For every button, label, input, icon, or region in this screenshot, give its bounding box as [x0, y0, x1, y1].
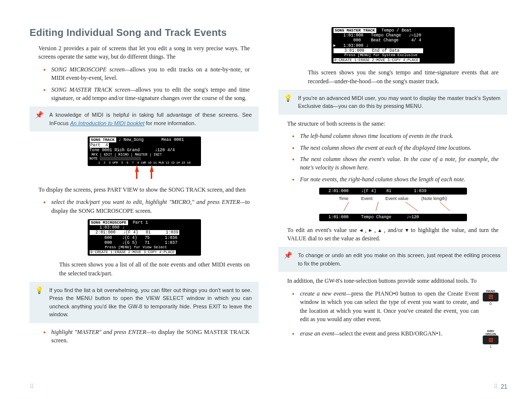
list-item: erase an event—select the event and pres… — [287, 330, 479, 338]
master-explain: This screen shows you the song's tempo a… — [308, 68, 499, 86]
lcd-column-example: 2:01:000 ♩(F 4) 81 1:039 Time Event Even… — [319, 188, 467, 221]
page-number: ⠿ 21 — [494, 383, 507, 390]
kbd-organ-button-icon: KBD/ ORGAN 1 — [483, 330, 499, 348]
structure-intro: The structure of both screens is the sam… — [287, 120, 499, 128]
svg-line-3 — [440, 202, 450, 211]
intro-paragraph: Version 2 provides a pair of screens tha… — [38, 44, 250, 62]
list-item: select the track/part you want to edit, … — [38, 198, 250, 215]
page-footer: ⠿ ⠿ 21 — [0, 383, 532, 390]
page-heading: Editing Individual Song and Track Events — [30, 27, 259, 38]
footer-dots-left: ⠿ — [30, 383, 34, 390]
red-arrows — [88, 165, 201, 172]
arrow-up-icon — [135, 165, 139, 172]
list-item: The left-hand column shows time location… — [287, 132, 499, 140]
left-column: Editing Individual Song and Track Events… — [30, 27, 259, 369]
master-list: highlight "MASTER" and press ENTER—to di… — [38, 328, 250, 345]
lcd-microscope: SONG MICROSCOPE Part 1 1:03:000 ♩ 2:01:0… — [88, 219, 201, 256]
note-filter: 💡 If you find the list a bit overwhelmin… — [30, 282, 259, 323]
pin-icon: 📌 — [282, 251, 293, 260]
micro-list: select the track/part you want to edit, … — [38, 198, 250, 215]
list-item: SONG MICROSCOPE screen—allows you to edi… — [38, 66, 250, 83]
column-labels: Time Event Event value (Note length) — [319, 196, 467, 201]
create-event-list: create a new event—press the PIANO•0 but… — [287, 290, 479, 327]
additional-tools: In addition, the GW-8's tone-selection b… — [287, 277, 499, 285]
pin-icon: 📌 — [33, 111, 44, 119]
list-item: The next column shows the event's value.… — [287, 155, 499, 172]
connector-lines — [319, 202, 467, 211]
display-instruction: To display the screens, press PART VIEW … — [38, 186, 250, 194]
list-item: highlight "MASTER" and press ENTER—to di… — [38, 328, 250, 345]
midi-booklet-link[interactable]: An Introduction to MIDI booklet — [70, 120, 144, 126]
svg-line-1 — [376, 202, 378, 211]
svg-line-0 — [344, 202, 349, 211]
note-midi-knowledge: 📌 A knowledge of MIDI is helpful in taki… — [30, 106, 259, 132]
lcd-master-track: SONG MASTER TRACK Tempo / Beat 1:01:000 … — [332, 27, 455, 64]
structure-list: The left-hand column shows time location… — [287, 132, 499, 184]
note-undo: 📌 To change or undo an edit you make on … — [278, 247, 507, 272]
list-item: create a new event—press the PIANO•0 but… — [287, 290, 479, 324]
lightbulb-icon: 💡 — [282, 94, 293, 102]
lcd-song-track: SONG TRACK ♩ New_Song Meas 0001 Part 4 T… — [88, 136, 201, 172]
screen-list: SONG MICROSCOPE screen—allows you to edi… — [38, 66, 250, 103]
list-item: For note events, the right-hand column s… — [287, 175, 499, 184]
arrow-up-icon — [150, 165, 154, 172]
svg-line-2 — [405, 202, 418, 211]
piano-button-icon: PIANO 0 — [483, 290, 499, 305]
list-explain: This screen shows you a list of all of t… — [59, 261, 250, 278]
right-column: SONG MASTER TRACK Tempo / Beat 1:01:000 … — [278, 27, 507, 369]
lightbulb-icon: 💡 — [33, 286, 44, 295]
list-item: SONG MASTER TRACK screen—allows you to e… — [38, 86, 250, 103]
edit-instruction: To edit an event's value use ◂ , ▸ , ▴ ,… — [287, 226, 499, 243]
note-sysex: 💡 If you're an advanced MIDI user, you m… — [278, 90, 507, 115]
erase-event-list: erase an event—select the event and pres… — [287, 330, 479, 341]
list-item: The next column shows the event at each … — [287, 144, 499, 152]
